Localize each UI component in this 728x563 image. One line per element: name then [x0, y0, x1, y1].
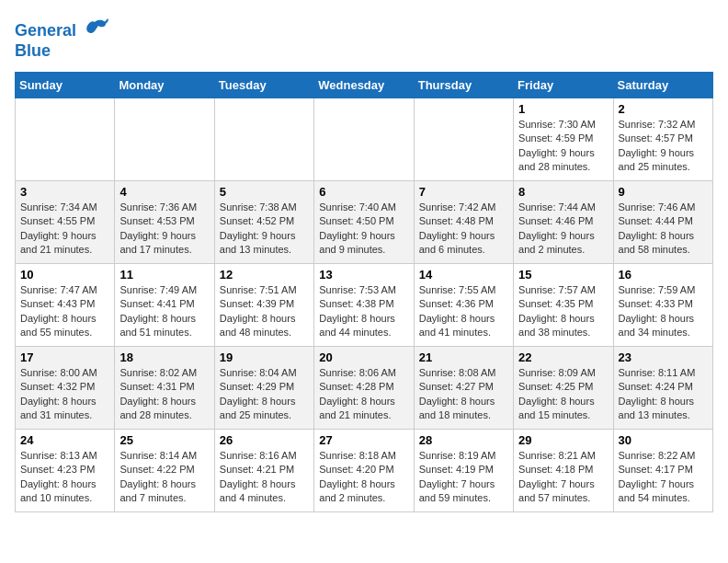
- day-info: Sunrise: 8:14 AMSunset: 4:22 PMDaylight:…: [119, 449, 209, 506]
- calendar-week-row: 3Sunrise: 7:34 AMSunset: 4:55 PMDaylight…: [16, 180, 713, 263]
- calendar-table: SundayMondayTuesdayWednesdayThursdayFrid…: [15, 72, 713, 512]
- calendar-cell: [16, 98, 115, 180]
- day-number: 4: [119, 185, 209, 199]
- day-number: 5: [220, 185, 309, 199]
- day-number: 15: [518, 268, 608, 282]
- logo-bird-icon: [80, 15, 109, 48]
- calendar-cell: 16Sunrise: 7:59 AMSunset: 4:33 PMDayligh…: [613, 263, 712, 346]
- calendar-week-row: 24Sunrise: 8:13 AMSunset: 4:23 PMDayligh…: [16, 429, 713, 511]
- day-number: 28: [419, 433, 508, 447]
- day-number: 9: [619, 185, 708, 199]
- column-header-monday: Monday: [115, 72, 214, 98]
- day-info: Sunrise: 7:40 AMSunset: 4:50 PMDaylight:…: [319, 201, 408, 258]
- calendar-cell: 19Sunrise: 8:04 AMSunset: 4:29 PMDayligh…: [214, 346, 313, 429]
- day-info: Sunrise: 8:11 AMSunset: 4:24 PMDaylight:…: [619, 366, 708, 423]
- calendar-cell: 30Sunrise: 8:22 AMSunset: 4:17 PMDayligh…: [613, 429, 712, 511]
- calendar-cell: 22Sunrise: 8:09 AMSunset: 4:25 PMDayligh…: [514, 346, 613, 429]
- day-number: 1: [518, 102, 608, 116]
- day-number: 27: [319, 433, 408, 447]
- day-info: Sunrise: 7:59 AMSunset: 4:33 PMDaylight:…: [619, 283, 708, 340]
- day-info: Sunrise: 7:47 AMSunset: 4:43 PMDaylight:…: [20, 283, 109, 340]
- calendar-cell: 14Sunrise: 7:55 AMSunset: 4:36 PMDayligh…: [414, 263, 513, 346]
- calendar-header-row: SundayMondayTuesdayWednesdayThursdayFrid…: [16, 72, 713, 98]
- calendar-cell: 28Sunrise: 8:19 AMSunset: 4:19 PMDayligh…: [414, 429, 513, 511]
- day-info: Sunrise: 7:49 AMSunset: 4:41 PMDaylight:…: [119, 283, 209, 340]
- calendar-week-row: 10Sunrise: 7:47 AMSunset: 4:43 PMDayligh…: [16, 263, 713, 346]
- day-number: 20: [319, 350, 408, 364]
- calendar-cell: 12Sunrise: 7:51 AMSunset: 4:39 PMDayligh…: [214, 263, 313, 346]
- day-number: 21: [419, 350, 508, 364]
- day-info: Sunrise: 7:30 AMSunset: 4:59 PMDaylight:…: [518, 118, 608, 175]
- calendar-cell: 11Sunrise: 7:49 AMSunset: 4:41 PMDayligh…: [115, 263, 214, 346]
- page-header: General Blue: [15, 15, 713, 61]
- day-number: 24: [20, 433, 109, 447]
- column-header-thursday: Thursday: [414, 72, 513, 98]
- day-info: Sunrise: 8:08 AMSunset: 4:27 PMDaylight:…: [419, 366, 508, 423]
- calendar-cell: 5Sunrise: 7:38 AMSunset: 4:52 PMDaylight…: [214, 180, 313, 263]
- logo-text: General: [15, 22, 76, 40]
- column-header-sunday: Sunday: [16, 72, 115, 98]
- calendar-cell: 13Sunrise: 7:53 AMSunset: 4:38 PMDayligh…: [314, 263, 414, 346]
- calendar-cell: [414, 98, 513, 180]
- day-number: 2: [619, 102, 708, 116]
- calendar-cell: 15Sunrise: 7:57 AMSunset: 4:35 PMDayligh…: [514, 263, 613, 346]
- day-info: Sunrise: 8:16 AMSunset: 4:21 PMDaylight:…: [220, 449, 309, 506]
- calendar-cell: 18Sunrise: 8:02 AMSunset: 4:31 PMDayligh…: [115, 346, 214, 429]
- calendar-cell: 2Sunrise: 7:32 AMSunset: 4:57 PMDaylight…: [613, 98, 712, 180]
- day-number: 23: [619, 350, 708, 364]
- calendar-cell: 27Sunrise: 8:18 AMSunset: 4:20 PMDayligh…: [314, 429, 414, 511]
- calendar-cell: 4Sunrise: 7:36 AMSunset: 4:53 PMDaylight…: [115, 180, 214, 263]
- calendar-cell: 24Sunrise: 8:13 AMSunset: 4:23 PMDayligh…: [16, 429, 115, 511]
- day-number: 22: [518, 350, 608, 364]
- day-number: 12: [220, 268, 309, 282]
- day-info: Sunrise: 8:04 AMSunset: 4:29 PMDaylight:…: [220, 366, 309, 423]
- calendar-cell: 25Sunrise: 8:14 AMSunset: 4:22 PMDayligh…: [115, 429, 214, 511]
- day-number: 30: [619, 433, 708, 447]
- day-info: Sunrise: 7:57 AMSunset: 4:35 PMDaylight:…: [518, 283, 608, 340]
- day-info: Sunrise: 8:19 AMSunset: 4:19 PMDaylight:…: [419, 449, 508, 506]
- day-info: Sunrise: 7:51 AMSunset: 4:39 PMDaylight:…: [220, 283, 309, 340]
- column-header-saturday: Saturday: [613, 72, 712, 98]
- day-number: 14: [419, 268, 508, 282]
- calendar-cell: 21Sunrise: 8:08 AMSunset: 4:27 PMDayligh…: [414, 346, 513, 429]
- day-number: 17: [20, 350, 109, 364]
- day-info: Sunrise: 7:34 AMSunset: 4:55 PMDaylight:…: [20, 201, 109, 258]
- day-info: Sunrise: 7:44 AMSunset: 4:46 PMDaylight:…: [518, 201, 608, 258]
- day-number: 11: [119, 268, 209, 282]
- calendar-cell: 8Sunrise: 7:44 AMSunset: 4:46 PMDaylight…: [514, 180, 613, 263]
- day-info: Sunrise: 8:21 AMSunset: 4:18 PMDaylight:…: [518, 449, 608, 506]
- calendar-cell: 6Sunrise: 7:40 AMSunset: 4:50 PMDaylight…: [314, 180, 414, 263]
- calendar-cell: 29Sunrise: 8:21 AMSunset: 4:18 PMDayligh…: [514, 429, 613, 511]
- day-info: Sunrise: 8:18 AMSunset: 4:20 PMDaylight:…: [319, 449, 408, 506]
- calendar-cell: 1Sunrise: 7:30 AMSunset: 4:59 PMDaylight…: [514, 98, 613, 180]
- day-number: 6: [319, 185, 408, 199]
- day-info: Sunrise: 8:13 AMSunset: 4:23 PMDaylight:…: [20, 449, 109, 506]
- day-info: Sunrise: 8:02 AMSunset: 4:31 PMDaylight:…: [119, 366, 209, 423]
- calendar-cell: 7Sunrise: 7:42 AMSunset: 4:48 PMDaylight…: [414, 180, 513, 263]
- day-number: 10: [20, 268, 109, 282]
- day-info: Sunrise: 7:42 AMSunset: 4:48 PMDaylight:…: [419, 201, 508, 258]
- day-number: 19: [220, 350, 309, 364]
- calendar-cell: [214, 98, 313, 180]
- day-number: 3: [20, 185, 109, 199]
- day-info: Sunrise: 7:32 AMSunset: 4:57 PMDaylight:…: [619, 118, 708, 175]
- day-number: 7: [419, 185, 508, 199]
- day-number: 16: [619, 268, 708, 282]
- calendar-cell: 17Sunrise: 8:00 AMSunset: 4:32 PMDayligh…: [16, 346, 115, 429]
- day-number: 29: [518, 433, 608, 447]
- day-info: Sunrise: 8:00 AMSunset: 4:32 PMDaylight:…: [20, 366, 109, 423]
- logo-text-blue: Blue: [15, 42, 51, 61]
- column-header-tuesday: Tuesday: [214, 72, 313, 98]
- column-header-wednesday: Wednesday: [314, 72, 414, 98]
- calendar-cell: 23Sunrise: 8:11 AMSunset: 4:24 PMDayligh…: [613, 346, 712, 429]
- calendar-week-row: 1Sunrise: 7:30 AMSunset: 4:59 PMDaylight…: [16, 98, 713, 180]
- day-info: Sunrise: 7:55 AMSunset: 4:36 PMDaylight:…: [419, 283, 508, 340]
- day-info: Sunrise: 8:09 AMSunset: 4:25 PMDaylight:…: [518, 366, 608, 423]
- day-info: Sunrise: 8:22 AMSunset: 4:17 PMDaylight:…: [619, 449, 708, 506]
- day-info: Sunrise: 7:38 AMSunset: 4:52 PMDaylight:…: [220, 201, 309, 258]
- day-number: 25: [119, 433, 209, 447]
- calendar-cell: [314, 98, 414, 180]
- day-info: Sunrise: 8:06 AMSunset: 4:28 PMDaylight:…: [319, 366, 408, 423]
- calendar-cell: 3Sunrise: 7:34 AMSunset: 4:55 PMDaylight…: [16, 180, 115, 263]
- column-header-friday: Friday: [514, 72, 613, 98]
